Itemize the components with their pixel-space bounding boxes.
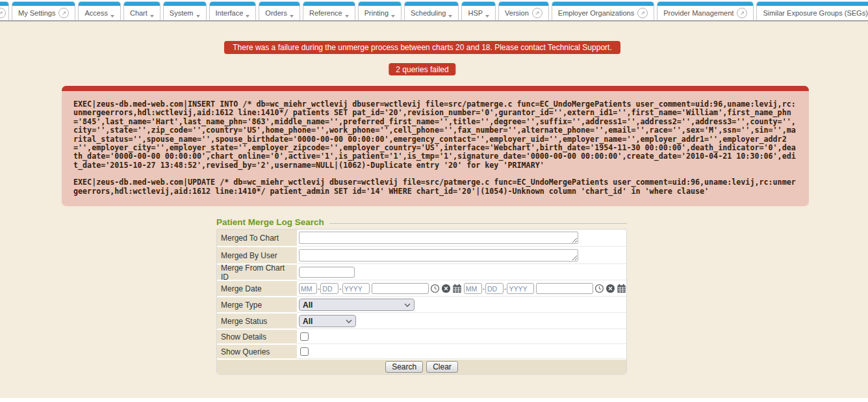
end-month-input[interactable] (464, 283, 482, 294)
merge-from-chart-id-input[interactable] (299, 267, 355, 278)
tab-provider-management[interactable]: Provider Management↗ (657, 1, 754, 20)
form-row-show-queries: Show Queries (217, 345, 626, 360)
show-queries-label: Show Queries (217, 345, 297, 358)
dropdown-caret-icon (290, 15, 294, 18)
patient-merge-log-search-form: Patient Merge Log Search Merged To Chart… (216, 217, 627, 375)
tab-label: Provider Management (663, 9, 734, 17)
merge-date-end-group: - - (464, 283, 627, 294)
merge-type-select[interactable]: All (299, 299, 415, 311)
end-day-input[interactable] (485, 283, 504, 294)
legend-line (329, 223, 627, 224)
tab-similar-exposure-groups-segs[interactable]: Similar Exposure Groups (SEGs)↗ (756, 1, 868, 20)
form-row-merge-type: Merge Type All (217, 297, 626, 314)
external-link-icon: ↗ (0, 8, 6, 18)
tab-label: Chart (130, 9, 147, 17)
clock-icon[interactable] (594, 284, 604, 293)
merged-by-user-label: Merged By User (217, 247, 297, 263)
show-details-field (297, 330, 626, 343)
dropdown-caret-icon (246, 15, 249, 18)
form-table: Merged To Chart Merged By User Merge Fro… (216, 229, 627, 375)
tab-reference[interactable]: Reference (303, 1, 355, 20)
tab-label: System (170, 9, 194, 17)
start-day-input[interactable] (320, 283, 338, 294)
calendar-icon[interactable] (617, 284, 626, 293)
admin-tab-bar: ↗ My Settings↗AccessChartSystemInterface… (0, 0, 868, 21)
merge-status-select[interactable]: All (299, 315, 356, 327)
tab-access[interactable]: Access (78, 1, 120, 20)
merge-date-label: Merge Date (217, 281, 297, 296)
form-row-merged-by-user: Merged By User (217, 247, 626, 265)
merged-to-chart-field (297, 230, 626, 246)
show-queries-field (297, 345, 626, 358)
form-row-merge-date: Merge Date - - (217, 281, 626, 297)
merged-by-user-textarea[interactable] (299, 249, 578, 261)
start-year-input[interactable] (342, 283, 370, 294)
merge-date-field: - - - (297, 281, 627, 296)
search-button[interactable]: Search (385, 361, 423, 373)
tab-fragment[interactable]: ↗ (0, 1, 9, 20)
form-legend: Patient Merge Log Search (216, 217, 627, 228)
tab-printing[interactable]: Printing (358, 1, 402, 20)
form-row-merge-from-chart-id: Merge From Chart ID (217, 265, 626, 281)
form-row-show-details: Show Details (217, 330, 626, 345)
tab-orders[interactable]: Orders (259, 1, 300, 20)
date-separator: - (483, 285, 485, 292)
tab-label: Employer Organizations (558, 9, 634, 17)
queries-failed-badge[interactable]: 2 queries failed (389, 63, 455, 75)
merge-from-chart-id-label: Merge From Chart ID (217, 265, 297, 280)
form-row-merge-status: Merge Status All (217, 314, 626, 330)
end-year-input[interactable] (507, 283, 534, 294)
merge-from-chart-id-field (297, 265, 626, 280)
form-row-merged-to-chart: Merged To Chart (217, 230, 626, 247)
tab-my-settings[interactable]: My Settings↗ (12, 1, 75, 20)
clock-icon[interactable] (430, 284, 440, 293)
tab-label: Orders (265, 9, 287, 17)
show-details-checkbox[interactable] (300, 332, 309, 341)
tab-employer-organizations[interactable]: Employer Organizations↗ (552, 1, 654, 20)
tab-label: Scheduling (411, 9, 446, 17)
form-footer: Search Clear (217, 360, 626, 374)
tab-version[interactable]: Version↗ (498, 1, 549, 20)
tab-label: Similar Exposure Groups (SEGs) (763, 9, 867, 17)
dropdown-caret-icon (150, 15, 154, 18)
sql-error-query: EXEC|zeus-db.med-web.com|INSERT INTO /* … (73, 100, 796, 170)
tab-chart[interactable]: Chart (123, 1, 160, 20)
date-separator: - (318, 285, 320, 292)
start-month-input[interactable] (299, 283, 317, 294)
merged-to-chart-textarea[interactable] (299, 232, 578, 244)
start-time-input[interactable] (372, 283, 429, 294)
merged-to-chart-label: Merged To Chart (217, 230, 297, 246)
merge-type-field: All (297, 297, 626, 312)
tab-label: My Settings (18, 9, 55, 17)
dropdown-caret-icon (448, 15, 452, 18)
clear-date-icon[interactable] (606, 284, 615, 293)
end-time-input[interactable] (536, 283, 593, 294)
tab-interface[interactable]: Interface (209, 1, 257, 20)
tab-label: Access (84, 9, 107, 17)
tab-label: HSP (468, 9, 483, 17)
merge-status-label: Merge Status (217, 314, 297, 328)
clear-date-icon[interactable] (441, 284, 451, 293)
clear-button[interactable]: Clear (426, 361, 458, 373)
external-link-icon: ↗ (637, 8, 648, 18)
dropdown-caret-icon (110, 15, 114, 18)
tab-hsp[interactable]: HSP (461, 1, 496, 20)
merge-date-start-group: - - (299, 283, 462, 294)
tab-label: Reference (309, 9, 342, 17)
date-separator: - (339, 285, 341, 292)
dropdown-caret-icon (196, 15, 200, 18)
dropdown-caret-icon (345, 15, 349, 18)
tab-label: Version (505, 9, 529, 17)
dropdown-caret-icon (391, 15, 395, 18)
merge-status-field: All (297, 314, 626, 328)
sql-error-query: EXEC|zeus-db.med-web.com|UPDATE /* db=wc… (73, 178, 796, 196)
unmerge-failure-banner: There was a failure during the unmerge p… (224, 41, 620, 54)
tab-system[interactable]: System (163, 1, 207, 20)
tab-label: Interface (216, 9, 244, 17)
show-queries-checkbox[interactable] (300, 347, 309, 356)
merge-type-label: Merge Type (217, 297, 297, 312)
tab-scheduling[interactable]: Scheduling (404, 1, 459, 20)
tab-label: Printing (364, 9, 389, 17)
log-body: EXEC|zeus-db.med-web.com|INSERT INTO /* … (62, 91, 809, 206)
calendar-icon[interactable] (452, 284, 462, 293)
